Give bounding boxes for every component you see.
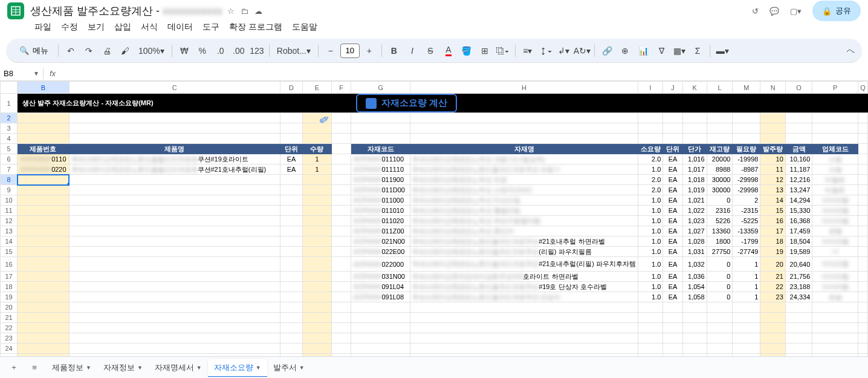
- cell[interactable]: [638, 134, 662, 144]
- cell[interactable]: [280, 123, 303, 134]
- cell[interactable]: [663, 134, 683, 144]
- doc-title[interactable]: 생산제품 발주소요량계산 - xxxxxxxxxxx: [30, 4, 222, 18]
- row-header-13[interactable]: 13: [1, 226, 18, 236]
- row-header-23[interactable]: 23: [1, 333, 18, 344]
- link-button[interactable]: 🔗: [598, 42, 615, 59]
- filter-views-button[interactable]: ▦▾: [671, 42, 688, 59]
- cell[interactable]: [410, 123, 638, 134]
- strikethrough-button[interactable]: S: [422, 42, 439, 59]
- menu-서식[interactable]: 서식: [137, 19, 162, 35]
- cell[interactable]: [332, 134, 351, 144]
- col-header-D[interactable]: D: [280, 82, 303, 94]
- merge-button[interactable]: ⿻▾: [494, 42, 511, 59]
- row-header-3[interactable]: 3: [1, 123, 18, 134]
- row-header-20[interactable]: 20: [1, 302, 18, 313]
- col-header-P[interactable]: P: [812, 82, 858, 94]
- row-header-22[interactable]: 22: [1, 323, 18, 333]
- cell[interactable]: [733, 113, 760, 123]
- filter-button[interactable]: ∇: [653, 42, 670, 59]
- cell[interactable]: [707, 113, 733, 123]
- share-button[interactable]: 🔒 공유: [812, 1, 861, 21]
- cell[interactable]: [302, 134, 331, 144]
- col-header-O[interactable]: O: [785, 82, 812, 94]
- functions-button[interactable]: Σ: [689, 42, 706, 59]
- cell[interactable]: [785, 123, 812, 134]
- col-header-J[interactable]: J: [663, 82, 683, 94]
- cell[interactable]: [18, 134, 69, 144]
- bold-button[interactable]: B: [386, 42, 403, 59]
- cell[interactable]: [812, 113, 858, 123]
- col-header-B[interactable]: B: [18, 82, 69, 94]
- cell[interactable]: [760, 123, 785, 134]
- cell[interactable]: [663, 123, 683, 134]
- percent-button[interactable]: %: [194, 42, 211, 59]
- fill-color-button[interactable]: 🪣: [458, 42, 475, 59]
- move-icon[interactable]: 🗀: [241, 7, 248, 16]
- cell[interactable]: [351, 123, 410, 134]
- cell[interactable]: [733, 123, 760, 134]
- cell[interactable]: [638, 123, 662, 134]
- menu-수정[interactable]: 수정: [57, 19, 82, 35]
- row-header-5[interactable]: 5: [1, 144, 18, 154]
- cell[interactable]: [682, 134, 707, 144]
- menu-확장 프로그램[interactable]: 확장 프로그램: [225, 19, 287, 35]
- row-header-25[interactable]: 25: [1, 354, 18, 357]
- cell[interactable]: [858, 123, 867, 134]
- toolbar-collapse-button[interactable]: へ: [847, 45, 855, 56]
- row-header-21[interactable]: 21: [1, 313, 18, 323]
- menu-삽입[interactable]: 삽입: [110, 19, 135, 35]
- cell[interactable]: [332, 113, 351, 123]
- col-header-F[interactable]: F: [332, 82, 351, 94]
- cell[interactable]: [351, 113, 410, 123]
- italic-button[interactable]: I: [404, 42, 421, 59]
- cell[interactable]: [69, 113, 280, 123]
- col-header-E[interactable]: E: [302, 82, 331, 94]
- print-button[interactable]: 🖨: [99, 42, 115, 59]
- row-header-11[interactable]: 11: [1, 206, 18, 216]
- cell[interactable]: [707, 123, 733, 134]
- wrap-button[interactable]: ↲▾: [555, 42, 572, 59]
- col-header-C[interactable]: C: [69, 82, 280, 94]
- cell[interactable]: [638, 113, 662, 123]
- cell[interactable]: [785, 113, 812, 123]
- row-header-16[interactable]: 16: [1, 257, 18, 272]
- col-header-M[interactable]: M: [733, 82, 760, 94]
- row-header-2[interactable]: 2: [1, 113, 18, 123]
- row-header-12[interactable]: 12: [1, 216, 18, 226]
- redo-button[interactable]: ↷: [80, 42, 97, 59]
- formula-input[interactable]: [62, 67, 868, 80]
- row-header-9[interactable]: 9: [1, 185, 18, 195]
- menu-파일[interactable]: 파일: [30, 19, 56, 35]
- spreadsheet-grid[interactable]: BCDEFGHIJKLMNOPQ 1생산 발주 자재소요량계산 - 자재소요량(…: [0, 81, 868, 356]
- menu-search[interactable]: 🔍메뉴: [13, 43, 54, 59]
- more-formats-button[interactable]: 123: [248, 42, 265, 59]
- text-color-button[interactable]: A: [440, 42, 457, 59]
- menu-도움말[interactable]: 도움말: [288, 19, 322, 35]
- cell[interactable]: [351, 134, 410, 144]
- col-header-N[interactable]: N: [760, 82, 785, 94]
- currency-button[interactable]: ₩: [176, 42, 193, 59]
- menu-데이터[interactable]: 데이터: [163, 19, 197, 35]
- col-header-H[interactable]: H: [410, 82, 638, 94]
- row-header-17[interactable]: 17: [1, 272, 18, 282]
- cell[interactable]: [682, 113, 707, 123]
- row-header-15[interactable]: 15: [1, 247, 18, 257]
- cell[interactable]: [410, 134, 638, 144]
- calc-button[interactable]: 자재소요량 계산: [356, 94, 457, 112]
- row-header-7[interactable]: 7: [1, 165, 18, 175]
- col-header-Q[interactable]: Q: [858, 82, 867, 94]
- valign-button[interactable]: ⭥▾: [537, 42, 554, 59]
- row-header-1[interactable]: 1: [1, 94, 18, 113]
- star-icon[interactable]: ☆: [227, 7, 235, 16]
- cell[interactable]: [785, 134, 812, 144]
- cell[interactable]: [410, 113, 638, 123]
- col-header-K[interactable]: K: [682, 82, 707, 94]
- font-size-decrease[interactable]: −: [322, 42, 339, 59]
- rotate-button[interactable]: A↻▾: [574, 42, 591, 59]
- font-select[interactable]: Robot... ▾: [273, 42, 314, 59]
- chart-button[interactable]: 📊: [635, 42, 652, 59]
- cell[interactable]: [69, 134, 280, 144]
- increase-decimal-button[interactable]: .00: [230, 42, 247, 59]
- row-header-18[interactable]: 18: [1, 282, 18, 292]
- cell[interactable]: [812, 123, 858, 134]
